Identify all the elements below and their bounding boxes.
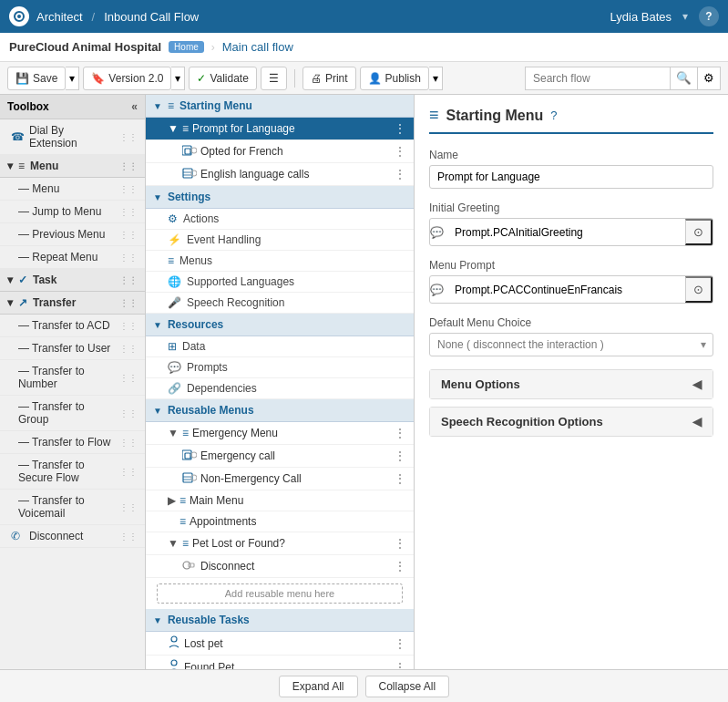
toolbox-item-repeat-menu[interactable]: — Repeat Menu ⋮⋮ — [0, 246, 145, 269]
flow-item-emergency-menu[interactable]: ▼ ≡ Emergency Menu ⋮ — [146, 422, 414, 445]
flow-resources-prompts[interactable]: 💬 Prompts — [146, 357, 414, 378]
disconnect-label: Disconnect — [29, 530, 83, 542]
item-menu-dots[interactable]: ⋮ — [394, 167, 406, 181]
flow-item-lost-pet[interactable]: Lost pet ⋮ — [146, 632, 414, 656]
flow-item-non-emergency-call[interactable]: Non-Emergency Call ⋮ — [146, 468, 414, 490]
reusable-tasks-header[interactable]: ▼ Reusable Tasks — [146, 609, 414, 632]
reusable-menus-header[interactable]: ▼ Reusable Menus — [146, 399, 414, 422]
toolbox-item-disconnect[interactable]: ✆ Disconnect ⋮⋮ — [0, 525, 145, 548]
flow-tree-scroll: ▼ ≡ Starting Menu ▼ ≡ Prompt for Languag… — [146, 95, 414, 669]
item-menu-dots[interactable]: ⋮ — [394, 636, 406, 651]
flow-item-pet-lost-found[interactable]: ▼ ≡ Pet Lost or Found? ⋮ — [146, 532, 414, 555]
item-menu-dots[interactable]: ⋮ — [394, 471, 406, 486]
print-icon: 🖨 — [311, 72, 322, 85]
item-menu-dots[interactable]: ⋮ — [394, 559, 406, 573]
version-button[interactable]: 🔖 Version 2.0 — [83, 67, 171, 90]
nav-separator: / — [92, 10, 96, 24]
settings-expand-icon: ▼ — [153, 192, 162, 202]
toolbox-item-transfer-group[interactable]: — Transfer to Group ⋮⋮ — [0, 396, 145, 431]
print-button[interactable]: 🖨 Print — [302, 67, 356, 90]
collapse-all-button[interactable]: Collapse All — [365, 676, 450, 697]
actions-icon: ⚙ — [168, 212, 178, 225]
publish-button[interactable]: 👤 Publish — [360, 67, 429, 90]
flow-settings-supported-languages[interactable]: 🌐 Supported Languages — [146, 272, 414, 293]
settings-header[interactable]: ▼ Settings — [146, 186, 414, 209]
publish-dropdown[interactable]: 👤 Publish ▾ — [360, 67, 443, 90]
name-field-group: Name — [429, 149, 713, 189]
menu-options-header[interactable]: Menu Options ◀ — [430, 370, 713, 398]
speech-recognition-header[interactable]: Speech Recognition Options ◀ — [430, 408, 713, 436]
flow-resources-dependencies[interactable]: 🔗 Dependencies — [146, 378, 414, 399]
initial-greeting-prompt-icon: 💬 — [430, 226, 444, 239]
default-menu-choice-select[interactable]: None ( disconnect the interaction ) — [429, 333, 713, 356]
toolbox-section-task[interactable]: ▾ ✓ Task ⋮⋮ — [0, 269, 145, 292]
name-input[interactable] — [429, 165, 713, 189]
version-dropdown-arrow[interactable]: ▾ — [171, 67, 185, 90]
menu-prompt-input[interactable] — [447, 279, 685, 301]
toolbox-item-transfer-user[interactable]: — Transfer to User ⋮⋮ — [0, 337, 145, 360]
main-menu-label: Main Menu — [190, 494, 243, 507]
search-button[interactable]: 🔍 — [671, 67, 698, 90]
flow-item-opted-french[interactable]: Opted for French ⋮ — [146, 140, 414, 163]
toolbox-item-transfer-voicemail[interactable]: — Transfer to Voicemail ⋮⋮ — [0, 490, 145, 525]
menu-prompt-input-wrapper: 💬 ⊙ — [429, 275, 713, 304]
toolbox-collapse-button[interactable]: « — [131, 100, 138, 113]
flow-item-main-menu[interactable]: ▶ ≡ Main Menu — [146, 490, 414, 511]
save-button[interactable]: 💾 Save — [7, 67, 66, 90]
publish-dropdown-arrow[interactable]: ▾ — [429, 67, 443, 90]
item-menu-dots[interactable]: ⋮ — [394, 660, 406, 670]
toolbox-item-jump-to-menu[interactable]: — Jump to Menu ⋮⋮ — [0, 201, 145, 223]
flow-settings-menus[interactable]: ≡ Menus — [146, 251, 414, 272]
initial-greeting-input[interactable] — [447, 222, 685, 243]
item-menu-dots[interactable]: ⋮ — [394, 121, 406, 136]
help-button[interactable]: ? — [699, 6, 719, 26]
item-menu-dots[interactable]: ⋮ — [394, 449, 406, 463]
user-dropdown-icon[interactable]: ▾ — [682, 10, 688, 23]
toolbox-item-transfer-acd[interactable]: — Transfer to ACD ⋮⋮ — [0, 315, 145, 337]
props-help-icon[interactable]: ? — [550, 108, 557, 122]
expand-all-button[interactable]: Expand All — [279, 676, 358, 697]
flow-item-english-calls[interactable]: English language calls ⋮ — [146, 163, 414, 186]
flow-item-found-pet[interactable]: Found Pet ⋮ — [146, 656, 414, 669]
version-dropdown[interactable]: 🔖 Version 2.0 ▾ — [83, 67, 185, 90]
toolbox-section-menu[interactable]: ▾ ≡ Menu ⋮⋮ — [0, 155, 145, 178]
flow-item-prompt-for-language[interactable]: ▼ ≡ Prompt for Language ⋮ — [146, 118, 414, 140]
toolbox-section-transfer[interactable]: ▾ ↗ Transfer ⋮⋮ — [0, 292, 145, 315]
validate-button[interactable]: ✓ Validate — [189, 67, 256, 90]
toolbox-item-menu[interactable]: — Menu ⋮⋮ — [0, 178, 145, 201]
item-menu-dots[interactable]: ⋮ — [394, 426, 406, 440]
home-badge[interactable]: Home — [169, 41, 204, 53]
breadcrumb: PureCloud Animal Hospital Home › Main ca… — [0, 33, 728, 62]
resources-header[interactable]: ▼ Resources — [146, 314, 414, 336]
toolbox-item-previous-menu[interactable]: — Previous Menu ⋮⋮ — [0, 223, 145, 246]
list-view-button[interactable]: ☰ — [261, 67, 287, 90]
user-menu[interactable]: Lydia Bates — [610, 10, 672, 24]
item-menu-dots[interactable]: ⋮ — [394, 144, 406, 159]
toolbox-item-transfer-flow[interactable]: — Transfer to Flow ⋮⋮ — [0, 431, 145, 454]
section-expand-icon: ▾ — [7, 274, 13, 286]
toolbox-item-transfer-secure-flow[interactable]: — Transfer to Secure Flow ⋮⋮ — [0, 454, 145, 490]
item-menu-dots[interactable]: ⋮ — [394, 536, 406, 551]
menu-icon: ≡ — [18, 160, 25, 172]
toolbox-item-transfer-number[interactable]: — Transfer to Number ⋮⋮ — [0, 360, 145, 396]
breadcrumb-path[interactable]: Main call flow — [222, 40, 293, 54]
menu-prompt-settings-btn[interactable]: ⊙ — [685, 276, 713, 303]
initial-greeting-settings-btn[interactable]: ⊙ — [685, 219, 713, 245]
flow-item-appointments[interactable]: ▶ ≡ Appointments — [146, 511, 414, 532]
add-reusable-menu-placeholder[interactable]: Add reusable menu here — [157, 583, 403, 604]
save-dropdown[interactable]: 💾 Save ▾ — [7, 67, 79, 90]
flow-settings-speech-recognition[interactable]: 🎤 Speech Recognition — [146, 293, 414, 314]
flow-settings-event-handling[interactable]: ⚡ Event Handling — [146, 230, 414, 251]
flow-item-disconnect-reusable[interactable]: Disconnect ⋮ — [146, 555, 414, 578]
flow-item-emergency-call[interactable]: Emergency call ⋮ — [146, 445, 414, 468]
save-dropdown-arrow[interactable]: ▾ — [66, 67, 79, 90]
toolbox-item-dial-by-extension[interactable]: ☎ Dial By Extension ⋮⋮ — [0, 119, 145, 155]
app-name[interactable]: Architect — [36, 10, 83, 24]
prompts-label: Prompts — [187, 361, 228, 374]
section-expand-icon: ▾ — [7, 160, 13, 172]
search-input[interactable] — [525, 67, 671, 90]
starting-menu-header[interactable]: ▼ ≡ Starting Menu — [146, 95, 414, 118]
search-settings-button[interactable]: ⚙ — [698, 67, 721, 90]
flow-resources-data[interactable]: ⊞ Data — [146, 336, 414, 357]
flow-settings-actions[interactable]: ⚙ Actions — [146, 209, 414, 230]
